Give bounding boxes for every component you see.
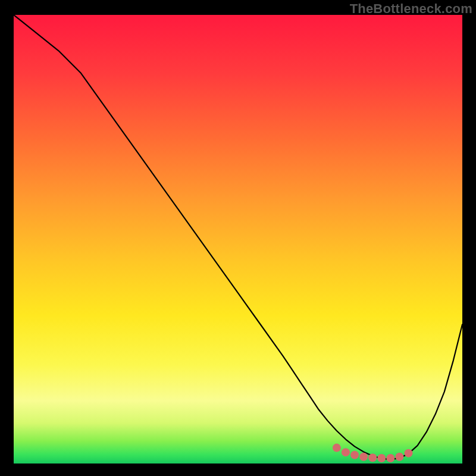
watermark-text: TheBottleneck.com — [350, 1, 472, 17]
plot-area — [14, 15, 462, 464]
optimal-dot-1 — [342, 448, 350, 456]
optimal-dot-5 — [377, 454, 386, 462]
optimal-dot-3 — [359, 453, 368, 461]
curve-layer — [14, 15, 462, 464]
optimal-range-dots-group — [333, 444, 413, 462]
optimal-dot-7 — [395, 453, 403, 461]
chart-stage: TheBottleneck.com — [0, 0, 476, 476]
optimal-dot-4 — [368, 453, 377, 462]
optimal-dot-8 — [405, 449, 413, 458]
optimal-dot-2 — [350, 451, 359, 459]
optimal-dot-6 — [386, 454, 394, 462]
bottleneck-curve-line — [14, 15, 462, 459]
optimal-dot-0 — [333, 444, 341, 452]
